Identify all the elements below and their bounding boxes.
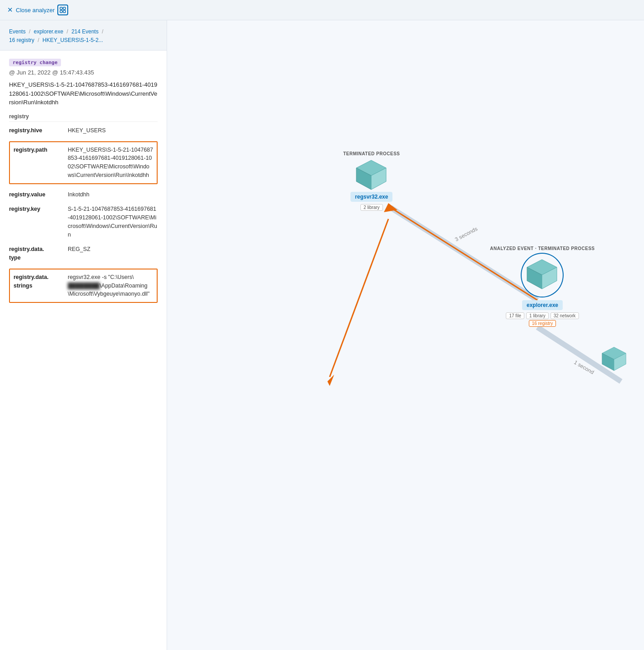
event-timestamp: @ Jun 21, 2022 @ 15:47:43.435: [9, 69, 158, 76]
field-data-type: registry.data.type REG_SZ: [9, 245, 158, 262]
svg-text:3 seconds: 3 seconds: [454, 226, 479, 243]
right-panel: 3 seconds 1 second TERMINATED PROCESS re…: [167, 20, 644, 650]
field-value-value: Inkotdhh: [68, 190, 158, 199]
field-data-strings-highlighted: registry.data.strings regsvr32.exe -s "C…: [9, 269, 158, 303]
node-explorer-label-top: ANALYZED EVENT · TERMINATED PROCESS: [490, 246, 595, 251]
field-data-strings-value: regsvr32.exe -s "C:\Users\████████\AppDa…: [68, 273, 153, 298]
node-explorer-tag-registry[interactable]: 16 registry: [529, 320, 556, 327]
cube-unknown: [601, 345, 628, 372]
svg-rect-3: [63, 10, 65, 13]
breadcrumb: Events / explorer.exe / 214 Events / 16 …: [0, 20, 167, 51]
node-explorer[interactable]: ANALYZED EVENT · TERMINATED PROCESS expl…: [490, 246, 595, 327]
analyzer-icon: [57, 5, 68, 15]
svg-text:1 second: 1 second: [573, 359, 595, 375]
node-explorer-tag-file[interactable]: 17 file: [506, 312, 524, 319]
node-regsvr32-badge[interactable]: regsvr32.exe: [350, 192, 392, 202]
close-x-icon: ✕: [7, 6, 13, 14]
svg-rect-1: [63, 7, 65, 9]
section-registry-title: registry: [9, 113, 158, 122]
breadcrumb-explorer[interactable]: explorer.exe: [34, 28, 63, 35]
node-regsvr32-tag-library[interactable]: 2 library: [360, 204, 383, 211]
event-type-badge: registry change: [9, 59, 61, 66]
field-path-value: HKEY_USERS\S-1-5-21-1047687853-416169768…: [68, 146, 153, 180]
field-hive: registry.hive HKEY_USERS: [9, 126, 158, 135]
close-analyzer-button[interactable]: ✕ Close analyzer: [7, 6, 55, 14]
breadcrumb-214events[interactable]: 214 Events: [71, 28, 98, 35]
field-value-label: registry.value: [9, 190, 68, 199]
node-explorer-tag-library[interactable]: 1 library: [526, 312, 549, 319]
field-data-type-label: registry.data.type: [9, 245, 68, 262]
main-layout: Events / explorer.exe / 214 Events / 16 …: [0, 20, 644, 650]
analyzer-icon-svg: [60, 7, 66, 13]
node-regsvr32-tags: 2 library: [359, 204, 384, 211]
top-bar: ✕ Close analyzer: [0, 0, 644, 20]
node-unknown: [601, 345, 628, 372]
svg-marker-11: [327, 375, 334, 386]
node-regsvr32[interactable]: TERMINATED PROCESS regsvr32.exe 2 librar…: [343, 151, 400, 211]
field-hive-label: registry.hive: [9, 126, 68, 135]
node-explorer-tags: 17 file 1 library 32 network 16 registry: [497, 312, 588, 327]
node-explorer-tag-network[interactable]: 32 network: [551, 312, 579, 319]
field-value-row: registry.value Inkotdhh: [9, 190, 158, 199]
node-regsvr32-label-top: TERMINATED PROCESS: [343, 151, 400, 156]
field-data-type-value: REG_SZ: [68, 245, 158, 254]
left-panel: Events / explorer.exe / 214 Events / 16 …: [0, 20, 167, 650]
close-analyzer-label: Close analyzer: [16, 7, 55, 14]
field-key: registry.key S-1-5-21-1047687853-4161697…: [9, 205, 158, 239]
cube-explorer: [525, 257, 559, 291]
svg-rect-2: [60, 10, 62, 13]
breadcrumb-events[interactable]: Events: [9, 28, 26, 35]
node-explorer-badge[interactable]: explorer.exe: [522, 300, 563, 310]
breadcrumb-16registry[interactable]: 16 registry: [9, 37, 34, 43]
event-detail: registry change @ Jun 21, 2022 @ 15:47:4…: [0, 51, 167, 316]
field-path-highlighted: registry.path HKEY_USERS\S-1-5-21-104768…: [9, 141, 158, 184]
field-hive-value: HKEY_USERS: [68, 126, 158, 135]
svg-line-10: [330, 219, 388, 377]
event-path: HKEY_USERS\S-1-5-21-1047687853-416169768…: [9, 80, 158, 107]
field-key-value: S-1-5-21-1047687853-4161697681-401912806…: [68, 205, 158, 239]
connections-svg: 3 seconds 1 second: [167, 20, 644, 650]
field-data-strings-label: registry.data.strings: [14, 273, 68, 290]
breadcrumb-hkey[interactable]: HKEY_USERS\S-1-5-2...: [42, 37, 103, 43]
node-explorer-ring: [521, 253, 564, 297]
field-path-label: registry.path: [14, 146, 68, 154]
svg-rect-0: [60, 7, 62, 9]
cube-regsvr32: [355, 158, 388, 192]
field-key-label: registry.key: [9, 205, 68, 214]
